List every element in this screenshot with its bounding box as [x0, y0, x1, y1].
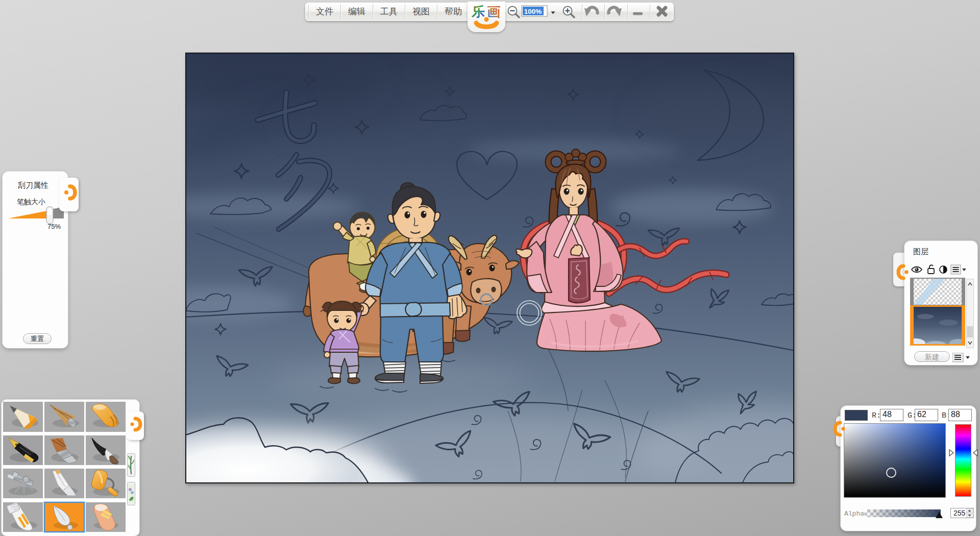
- svg-text:画: 画: [487, 4, 500, 19]
- svg-text:乐: 乐: [471, 4, 485, 19]
- svg-text:100%: 100%: [524, 8, 542, 15]
